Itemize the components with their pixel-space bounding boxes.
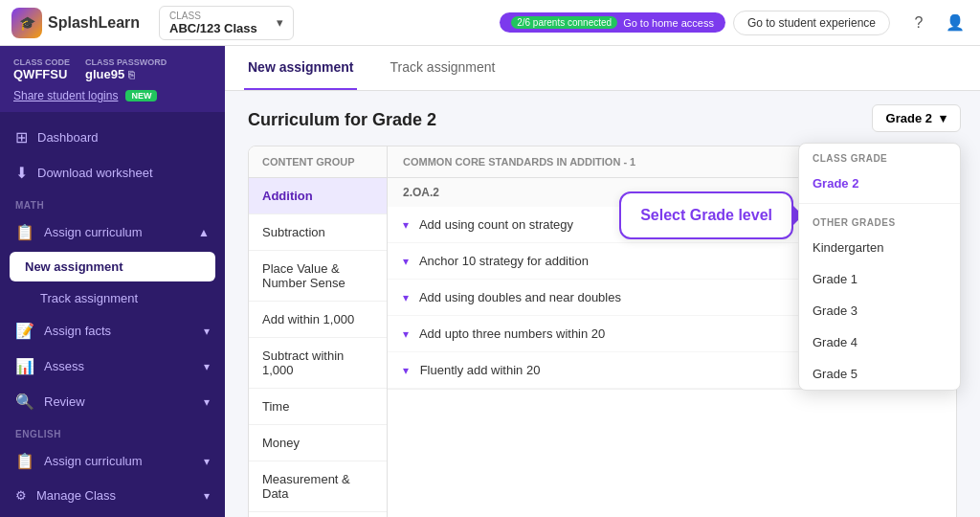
class-label: CLASS — [169, 11, 257, 21]
content-group-header: Content Group — [249, 146, 387, 178]
sidebar-item-assign-facts[interactable]: 📝 Assign facts ▾ — [0, 313, 225, 348]
content-group-item-subtract-1000[interactable]: Subtract within 1,000 — [249, 338, 387, 389]
sidebar-item-review[interactable]: 🔍 Review ▾ — [0, 384, 225, 419]
sidebar-top: CLASS CODE QWFFSU CLASS PASSWORD glue95 … — [0, 46, 225, 112]
dropdown-item-grade3[interactable]: Grade 3 — [799, 295, 960, 326]
content-group-item-time[interactable]: Time — [249, 389, 387, 425]
main-content: New assignment Track assignment Curricul… — [225, 46, 980, 517]
content-group-item-money[interactable]: Money — [249, 425, 387, 461]
review-label: Review — [44, 394, 85, 409]
review-arrow-icon: ▾ — [204, 395, 210, 409]
nav-icons: ? 👤 — [905, 10, 969, 36]
math-section-label: MATH — [0, 191, 225, 214]
content-group-item-addition[interactable]: Addition — [249, 178, 387, 214]
content-group-item-geometry[interactable]: Geometry — [249, 512, 387, 517]
class-selector[interactable]: CLASS ABC/123 Class ▾ — [159, 6, 294, 40]
class-code-label: CLASS CODE — [13, 57, 70, 67]
english-assign-label: Assign curriculum — [44, 454, 143, 468]
english-section-label: ENGLISH — [0, 419, 225, 443]
parents-count: 2/6 parents connected — [511, 16, 617, 29]
grade-selector-button[interactable]: Grade 2 ▾ — [872, 104, 961, 132]
sidebar-item-dashboard[interactable]: ⊞ Dashboard — [0, 120, 225, 155]
tabs-bar: New assignment Track assignment — [225, 46, 980, 91]
help-icon[interactable]: ? — [905, 10, 932, 36]
content-area: Curriculum for Grade 2 Grade 2 ▾ Select … — [225, 91, 980, 517]
tab-track-assignment[interactable]: Track assignment — [386, 46, 499, 90]
dropdown-item-grade1[interactable]: Grade 1 — [799, 263, 960, 295]
tab-new-assignment[interactable]: New assignment — [244, 46, 357, 90]
assess-icon: 📊 — [15, 357, 34, 375]
download-icon: ⬇ — [15, 164, 28, 182]
share-row: Share student logins NEW — [13, 89, 212, 102]
track-assignment-label: Track assignment — [40, 291, 138, 305]
dropdown-item-kindergarten[interactable]: Kindergarten — [799, 232, 960, 263]
class-password-item: CLASS PASSWORD glue95 ⎘ — [85, 56, 167, 81]
logo: 🎓 SplashLearn — [11, 8, 140, 38]
sidebar-item-track-assignment[interactable]: Track assignment — [0, 283, 225, 313]
class-password-label: CLASS PASSWORD — [85, 57, 167, 67]
chevron-icon-3: ▾ — [403, 327, 409, 341]
grade-btn-arrow-icon: ▾ — [940, 111, 947, 125]
class-info: CLASS CODE QWFFSU CLASS PASSWORD glue95 … — [13, 56, 212, 81]
english-assign-icon: 📋 — [15, 452, 34, 470]
assign-curriculum-label: Assign curriculum — [44, 225, 143, 239]
sidebar-item-new-assignment[interactable]: New assignment — [10, 252, 215, 281]
class-password-value: glue95 — [85, 67, 124, 81]
content-group-item-add-1000[interactable]: Add within 1,000 — [249, 302, 387, 338]
class-grade-section-label: CLASS GRADE — [799, 144, 960, 168]
grade-btn-label: Grade 2 — [886, 111, 932, 125]
grade-dropdown: CLASS GRADE Grade 2 OTHER GRADES Kinderg… — [798, 143, 961, 391]
chevron-icon-2: ▾ — [403, 291, 409, 304]
assign-curriculum-icon: 📋 — [15, 223, 34, 241]
english-assign-arrow-icon: ▾ — [204, 455, 210, 468]
content-group-col: Content Group Addition Subtraction Place… — [249, 146, 388, 517]
student-experience-button[interactable]: Go to student experience — [733, 11, 890, 35]
assign-facts-icon: 📝 — [15, 322, 34, 340]
download-label: Download worksheet — [37, 166, 153, 180]
share-student-logins-link[interactable]: Share student logins — [13, 89, 118, 102]
manage-class-icon: ⚙ — [15, 488, 27, 503]
select-grade-balloon: Select Grade level — [619, 191, 793, 239]
content-group-item-subtraction[interactable]: Subtraction — [249, 214, 387, 251]
chevron-icon-4: ▾ — [403, 364, 409, 377]
balloon-text: Select Grade level — [640, 207, 772, 223]
sidebar-nav: ⊞ Dashboard ⬇ Download worksheet MATH 📋 … — [0, 112, 225, 517]
assign-curriculum-arrow-icon: ▲ — [198, 226, 210, 239]
page-title: Curriculum for Grade 2 — [248, 110, 957, 130]
assign-facts-label: Assign facts — [44, 324, 111, 338]
logo-text: SplashLearn — [48, 14, 140, 32]
chevron-icon-0: ▾ — [403, 218, 409, 232]
nav-center: 2/6 parents connected Go to home access … — [500, 10, 969, 36]
assess-arrow-icon: ▾ — [204, 360, 210, 373]
content-group-item-place-value[interactable]: Place Value & Number Sense — [249, 251, 387, 302]
new-badge: NEW — [125, 90, 157, 101]
dropdown-divider — [799, 203, 960, 204]
class-code-value: QWFFSU — [13, 67, 70, 81]
new-assignment-label: New assignment — [25, 259, 123, 274]
manage-class-label: Manage Class — [36, 488, 116, 503]
copy-icon[interactable]: ⎘ — [128, 69, 135, 80]
navbar: 🎓 SplashLearn CLASS ABC/123 Class ▾ 2/6 … — [0, 0, 980, 46]
content-group-item-measurement[interactable]: Measurement & Data — [249, 461, 387, 512]
dashboard-label: Dashboard — [37, 130, 99, 145]
manage-class-arrow-icon: ▾ — [204, 489, 210, 503]
review-icon: 🔍 — [15, 393, 34, 411]
sidebar-item-english-assign[interactable]: 📋 Assign curriculum ▾ — [0, 443, 225, 479]
sidebar-item-download[interactable]: ⬇ Download worksheet — [0, 155, 225, 191]
logo-icon: 🎓 — [11, 8, 42, 38]
dashboard-icon: ⊞ — [15, 128, 28, 146]
other-grades-section-label: OTHER GRADES — [799, 208, 960, 232]
profile-icon[interactable]: 👤 — [942, 10, 969, 36]
dropdown-item-grade4[interactable]: Grade 4 — [799, 326, 960, 358]
parents-badge[interactable]: 2/6 parents connected Go to home access — [500, 12, 725, 33]
chevron-icon-1: ▾ — [403, 255, 409, 268]
grade-selector-bar: Grade 2 ▾ — [872, 104, 961, 132]
sidebar-item-manage-class[interactable]: ⚙ Manage Class ▾ — [0, 479, 225, 512]
dropdown-item-grade5[interactable]: Grade 5 — [799, 358, 960, 390]
main-layout: CLASS CODE QWFFSU CLASS PASSWORD glue95 … — [0, 46, 980, 517]
sidebar-item-assign-curriculum[interactable]: 📋 Assign curriculum ▲ — [0, 214, 225, 250]
dropdown-item-grade2[interactable]: Grade 2 — [799, 168, 960, 199]
home-access-label: Go to home access — [623, 17, 714, 29]
sidebar: CLASS CODE QWFFSU CLASS PASSWORD glue95 … — [0, 46, 225, 517]
sidebar-item-assess[interactable]: 📊 Assess ▾ — [0, 348, 225, 384]
